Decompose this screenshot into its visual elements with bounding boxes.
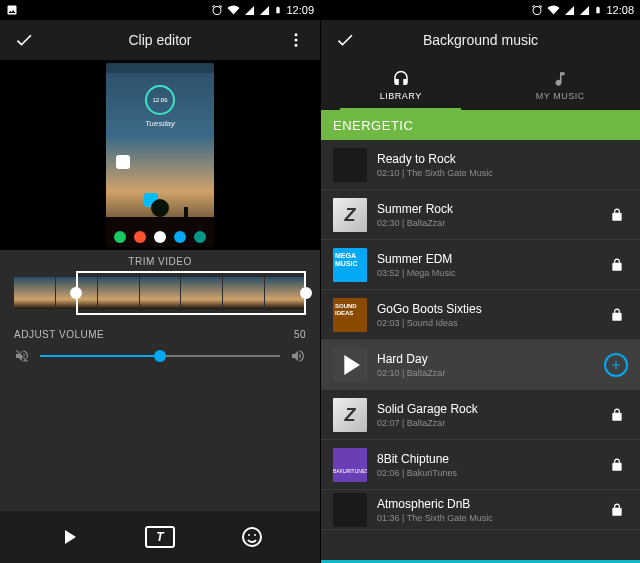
track-info: Summer EDM03:52 | Mega Music [377,252,596,278]
background-music-screen: 12:08 Background music LIBRARY MY MUSIC … [320,0,640,563]
image-icon [6,4,18,16]
app-bar: Clip editor [0,20,320,60]
status-time: 12:08 [606,4,634,16]
confirm-button[interactable] [10,30,38,50]
tab-label: MY MUSIC [536,91,585,101]
plus-icon [609,358,623,372]
add-track-button[interactable] [604,353,628,377]
tab-library[interactable]: LIBRARY [321,60,481,110]
lock-icon [610,458,624,472]
tab-my-music[interactable]: MY MUSIC [481,60,641,110]
play-icon [57,525,81,549]
track-title: Hard Day [377,352,594,366]
track-row[interactable]: BAKURITUNES8Bit Chiptune02:06 | BakuriTu… [321,440,640,490]
lock-icon [610,503,624,517]
volume-label: ADJUST VOLUME [14,329,104,340]
track-title: Ready to Rock [377,152,628,166]
appbar-title: Background music [359,32,602,48]
bottom-toolbar: T [0,511,320,563]
track-info: Summer Rock02:30 | BaltaZzar [377,202,596,228]
track-title: Solid Garage Rock [377,402,596,416]
track-meta: 02:06 | BakuriTunes [377,468,596,478]
text-overlay-button[interactable]: T [137,519,183,555]
status-bar: 12:08 [321,0,640,20]
track-meta: 01:36 | The Sixth Gate Music [377,513,596,523]
track-info: 8Bit Chiptune02:06 | BakuriTunes [377,452,596,478]
track-row[interactable]: Atmospheric DnB01:36 | The Sixth Gate Mu… [321,490,640,530]
overflow-button[interactable] [282,31,310,49]
svg-point-5 [254,534,256,536]
album-art: MEGAMUSIC [333,248,367,282]
track-info: Solid Garage Rock02:07 | BaltaZzar [377,402,596,428]
lock-icon [610,258,624,272]
appbar-title: Clip editor [38,32,282,48]
battery-icon [274,4,282,16]
album-art [333,148,367,182]
track-info: Atmospheric DnB01:36 | The Sixth Gate Mu… [377,497,596,523]
trim-selection[interactable] [76,271,306,315]
preview-thumbnail: 12:06 Tuesday [106,63,214,247]
alarm-icon [211,4,223,16]
album-art: Z [333,198,367,232]
headphones-icon [392,70,410,88]
album-art: BAKURITUNES [333,448,367,482]
track-info: Hard Day02:10 | BaltaZzar [377,352,594,378]
text-icon: T [145,526,175,548]
track-row[interactable]: Hard Day02:10 | BaltaZzar [321,340,640,390]
locked-indicator [606,503,628,517]
track-row[interactable]: SOUNDIDEASGoGo Boots Sixties02:03 | Soun… [321,290,640,340]
track-title: Summer EDM [377,252,596,266]
album-art [333,493,367,527]
trim-handle-left[interactable] [70,287,82,299]
track-info: GoGo Boots Sixties02:03 | Sound Ideas [377,302,596,328]
check-icon [14,30,34,50]
album-art: Z [333,398,367,432]
track-list[interactable]: Ready to Rock02:10 | The Sixth Gate Musi… [321,140,640,563]
locked-indicator [606,208,628,222]
wifi-icon [227,4,240,16]
category-label: ENERGETIC [333,118,413,133]
check-icon [335,30,355,50]
track-row[interactable]: ZSolid Garage Rock02:07 | BaltaZzar [321,390,640,440]
signal-icon [244,5,255,16]
track-title: GoGo Boots Sixties [377,302,596,316]
app-bar: Background music [321,20,640,60]
battery-icon [594,4,602,16]
locked-indicator [606,308,628,322]
track-meta: 03:52 | Mega Music [377,268,596,278]
locked-indicator [606,258,628,272]
video-preview[interactable]: 12:06 Tuesday [0,60,320,250]
confirm-button[interactable] [331,30,359,50]
trim-timeline[interactable] [14,271,306,315]
trim-handle-right[interactable] [300,287,312,299]
clip-editor-screen: 12:09 Clip editor 12:06 Tuesday [0,0,320,563]
category-header[interactable]: ENERGETIC [321,110,640,140]
svg-point-1 [295,39,298,42]
signal-icon [564,5,575,16]
lock-icon [610,208,624,222]
track-title: Atmospheric DnB [377,497,596,511]
track-row[interactable]: ZSummer Rock02:30 | BaltaZzar [321,190,640,240]
emoji-button[interactable] [229,519,275,555]
lock-icon [610,408,624,422]
volume-up-icon[interactable] [290,348,306,364]
status-bar: 12:09 [0,0,320,20]
volume-mute-icon[interactable] [14,348,30,364]
track-row[interactable]: Ready to Rock02:10 | The Sixth Gate Musi… [321,140,640,190]
volume-slider[interactable] [40,346,280,366]
album-art [333,348,367,382]
svg-point-2 [295,44,298,47]
svg-point-0 [295,33,298,36]
track-meta: 02:03 | Sound Ideas [377,318,596,328]
tabs: LIBRARY MY MUSIC [321,60,640,110]
status-time: 12:09 [286,4,314,16]
track-title: Summer Rock [377,202,596,216]
trim-label: TRIM VIDEO [0,250,320,271]
track-meta: 02:10 | The Sixth Gate Music [377,168,628,178]
svg-point-4 [248,534,250,536]
lock-icon [610,308,624,322]
track-row[interactable]: MEGAMUSICSummer EDM03:52 | Mega Music [321,240,640,290]
track-title: 8Bit Chiptune [377,452,596,466]
play-button[interactable] [46,519,92,555]
svg-point-3 [243,528,261,546]
